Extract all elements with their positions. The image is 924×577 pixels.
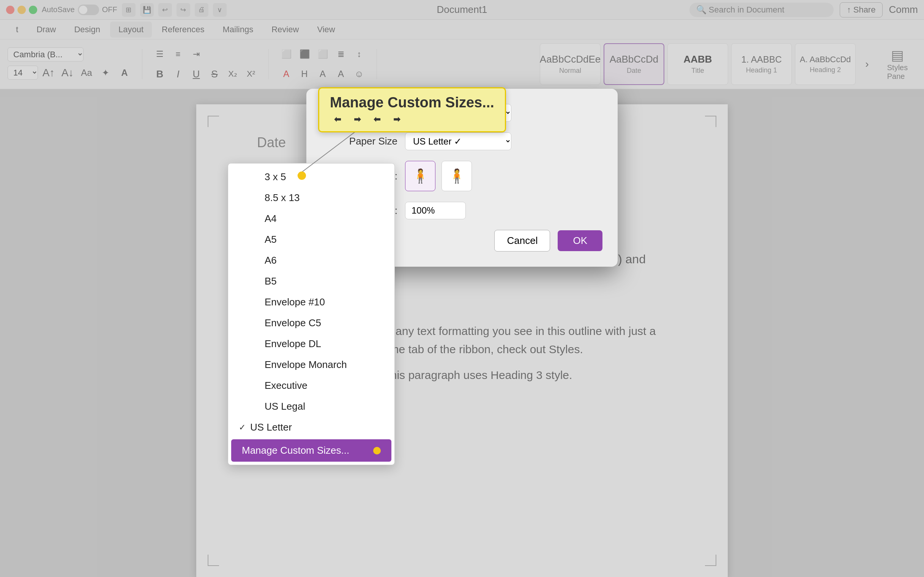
- arrow-left-2[interactable]: ⬅: [369, 114, 384, 125]
- manage-custom-label: Manage Custom Sizes...: [242, 445, 349, 456]
- manage-custom-tooltip-text: Manage Custom Sizes...: [330, 95, 494, 110]
- paper-size-dropdown: 3 x 5 8.5 x 13 A4 A5 A6 B5 Envelope #10 …: [228, 163, 395, 465]
- manage-dot: [373, 447, 381, 455]
- arrow-right-1[interactable]: ➡: [350, 114, 365, 125]
- connector-dot: [297, 171, 306, 180]
- paper-size-label: Paper Size: [321, 135, 397, 147]
- paper-item-executive[interactable]: Executive: [228, 375, 394, 396]
- paper-item-3x5[interactable]: 3 x 5: [228, 166, 394, 187]
- paper-item-a5[interactable]: A5: [228, 229, 394, 250]
- paper-item-envdl[interactable]: Envelope DL: [228, 334, 394, 354]
- orientation-buttons: 🧍 🧍: [405, 161, 472, 191]
- ok-button[interactable]: OK: [558, 230, 603, 251]
- paper-item-8513[interactable]: 8.5 x 13: [228, 187, 394, 208]
- scale-input[interactable]: [405, 202, 466, 219]
- manage-custom-tooltip: Manage Custom Sizes... ⬅ ➡ ⬅ ➡: [318, 87, 506, 132]
- paper-size-field: Paper Size US Letter ✓: [321, 132, 603, 150]
- paper-item-a6[interactable]: A6: [228, 250, 394, 271]
- arrow-left-1[interactable]: ⬅: [330, 114, 345, 125]
- paper-item-envmonarch[interactable]: Envelope Monarch: [228, 354, 394, 375]
- tooltip-arrows: ⬅ ➡ ⬅ ➡: [330, 114, 494, 125]
- paper-item-envc5[interactable]: Envelope C5: [228, 313, 394, 334]
- landscape-button[interactable]: 🧍: [441, 161, 472, 191]
- cancel-button[interactable]: Cancel: [494, 230, 550, 251]
- paper-size-select[interactable]: US Letter ✓: [405, 132, 511, 150]
- manage-custom-sizes-menu[interactable]: Manage Custom Sizes...: [231, 439, 391, 462]
- paper-item-usletter[interactable]: US Letter: [228, 417, 394, 438]
- paper-item-b5[interactable]: B5: [228, 271, 394, 292]
- paper-item-a4[interactable]: A4: [228, 208, 394, 229]
- paper-item-env10[interactable]: Envelope #10: [228, 292, 394, 313]
- arrow-right-2[interactable]: ➡: [389, 114, 404, 125]
- portrait-button[interactable]: 🧍: [405, 161, 435, 191]
- paper-item-uslegal[interactable]: US Legal: [228, 396, 394, 417]
- dialog-overlay: [0, 0, 924, 577]
